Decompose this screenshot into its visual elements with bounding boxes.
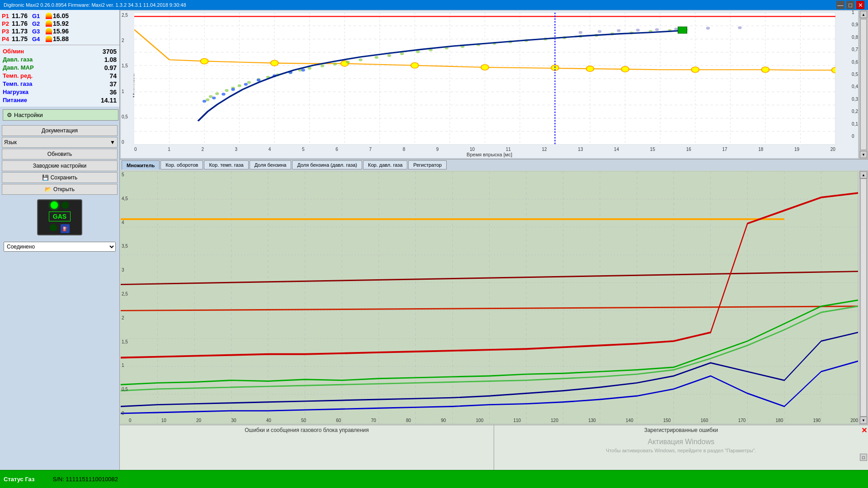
flame-icon-1 [46,13,52,19]
bottom-y-axis: 5 4,5 4 3,5 3 2,5 2 1,5 1 0,5 0 [122,172,128,416]
status-sn: S/N: 1111151110010082 [52,476,118,483]
scroll-down-btn[interactable]: ▼ [860,151,867,158]
gas-lights-bottom: ⛽ [50,224,70,233]
load-row: Нагрузка 36 [3,89,117,96]
svg-point-97 [674,28,678,30]
tab-gas-share-map[interactable]: Доля бензина (давл. газа) [292,160,362,169]
tab-recorder[interactable]: Регистратор [408,160,447,169]
y-axis-numbers: 2,5 2 1,5 1 0,5 0 [122,13,128,145]
svg-point-95 [636,28,640,31]
top-chart-container: Множитель [121,11,858,158]
factory-button[interactable]: Заводские настройки [2,160,118,171]
svg-point-94 [617,29,620,32]
gas-light-bottom-left [50,224,57,231]
tab-multiplier[interactable]: Множитель [122,160,160,169]
x-axis-numbers: 0 1 2 3 4 5 6 7 8 9 10 11 12 13 14 15 16 [134,147,835,152]
scroll-up-btn[interactable]: ▲ [860,11,867,18]
svg-point-39 [586,66,594,72]
gas-temp-value: 37 [109,80,117,88]
svg-point-57 [321,65,324,67]
supply-value: 14.11 [101,97,117,104]
g4-label: G4 [32,36,45,42]
svg-point-85 [244,83,248,85]
g1-value: 16.05 [53,12,69,19]
error-close-button[interactable]: ✕ [861,426,867,435]
svg-point-34 [271,60,278,66]
error-scroll-btn[interactable]: □ [860,454,867,461]
svg-point-33 [201,58,208,64]
minimize-button[interactable]: — [836,1,844,9]
bottom-scroll-up-btn[interactable]: ▲ [860,171,867,178]
bottom-x-axis: 0 10 20 30 40 50 60 70 80 90 100 110 120… [129,418,858,423]
gas-text: GAS [49,211,71,221]
tab-gas-share[interactable]: Доля бензина [250,160,292,169]
svg-point-82 [212,97,216,99]
map-pressure-label: Давл. МАР [3,64,34,71]
svg-point-46 [215,92,219,95]
windows-activate-title: Активация Windows [496,438,866,446]
error-panel: Ошибки и сообщения газового блока управл… [120,425,868,470]
rpm-row: Об/мин 3705 [3,48,117,55]
error-right-title: Зарегистрированные ошибки [496,427,866,433]
sensor-row-p4: P4 11.75 G4 15.88 [2,35,118,42]
top-chart-section: Множитель [120,10,868,159]
stats-grid: Об/мин 3705 Давл. газа 1.08 Давл. МАР 0.… [0,45,119,107]
bottom-scroll-down-btn[interactable]: ▼ [860,417,867,424]
svg-point-93 [598,30,601,33]
svg-point-64 [416,50,420,53]
top-right-panel: ▲ ▼ [859,10,868,159]
open-button[interactable]: 📂 Открыть [2,184,118,195]
svg-point-98 [706,27,710,29]
p1-label: P1 [2,13,12,19]
svg-point-50 [247,81,251,84]
error-left-panel: Ошибки и сообщения газового блока управл… [120,425,494,470]
bottom-chart-container: 5 4,5 4 3,5 3 2,5 2 1,5 1 0,5 0 0 10 20 [121,171,858,424]
gas-pressure-value: 1.08 [104,56,117,63]
p1-value: 11.76 [12,12,32,19]
scrollbar-track [860,19,867,150]
gas-light-green-on [51,202,58,209]
p2-label: P2 [2,20,12,27]
open-label: Открыть [53,186,75,192]
save-button[interactable]: 💾 Сохранить [2,172,118,183]
windows-activate-text: Активация Windows Чтобы активировать Win… [496,438,866,453]
svg-point-92 [579,31,582,34]
connection-select[interactable]: Соединено [4,242,116,252]
tabs-bar: Множитель Кор. оборотов Кор. темп. газа … [120,159,868,170]
svg-point-86 [257,79,260,81]
maximize-button[interactable]: □ [846,1,854,9]
update-button[interactable]: Обновить [2,149,118,160]
window-controls: — □ ✕ [836,1,864,9]
tab-rpm-corr[interactable]: Кор. оборотов [160,160,203,169]
reducer-temp-label: Темп. ред. [3,72,33,80]
settings-label: Настройки [14,112,43,118]
close-button[interactable]: ✕ [856,1,864,9]
tab-gas-press-corr[interactable]: Кор. давл. газа [363,160,407,169]
gas-light-green-off [61,202,69,209]
svg-point-96 [655,28,659,31]
g2-value: 15.92 [53,20,69,27]
load-label: Нагрузка [3,89,28,96]
svg-point-41 [691,67,699,73]
svg-point-62 [387,54,391,57]
settings-button[interactable]: ⚙ Настройки [3,109,118,121]
bottom-scrollbar-track [860,178,867,417]
svg-point-58 [333,63,337,66]
right-axis-pressure: 1 0,9 0,8 0,7 0,6 0,5 0,4 0,3 0,2 0,1 0 [852,10,858,139]
rpm-value: 3705 [103,48,117,55]
left-panel: P1 11.76 G1 16.05 P2 11.76 G2 15.92 P3 1… [0,10,120,470]
p3-value: 11.73 [12,28,32,35]
connected-row: Соединено [4,242,116,252]
g3-value: 15.96 [53,28,69,35]
svg-point-61 [375,56,378,59]
svg-point-63 [400,52,404,55]
svg-point-59 [346,61,349,63]
x-axis-label: Время впрыска [мс] [467,152,512,157]
reducer-temp-value: 74 [109,72,117,80]
language-button[interactable]: Язык ▼ [2,137,118,148]
svg-point-99 [738,26,741,29]
docs-button[interactable]: Документация [2,125,118,136]
tab-gas-temp-corr[interactable]: Кор. темп. газа [204,160,248,169]
sensor-grid: P1 11.76 G1 16.05 P2 11.76 G2 15.92 P3 1… [0,10,119,45]
status-text: Статус Газ [4,476,34,483]
